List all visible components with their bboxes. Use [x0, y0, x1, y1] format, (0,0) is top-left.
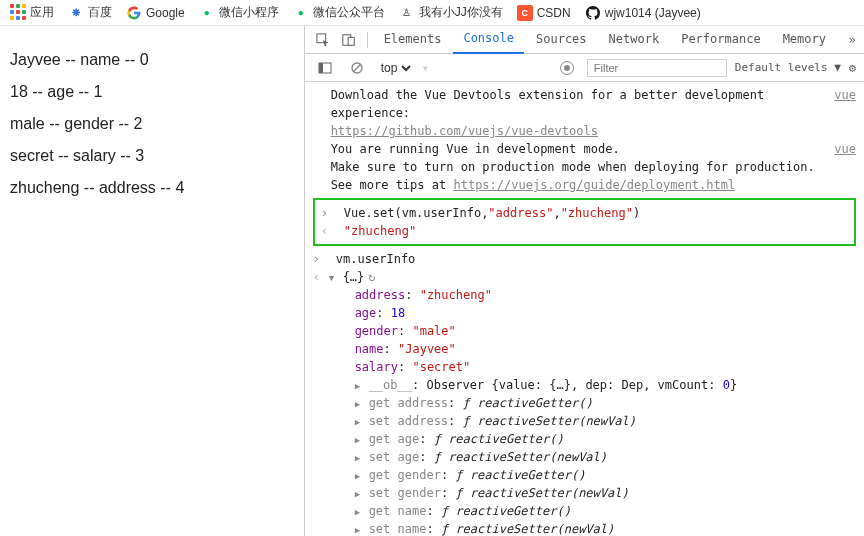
bookmark-apps[interactable]: 应用	[10, 4, 54, 21]
live-expression-icon[interactable]	[555, 61, 579, 75]
device-toggle-icon[interactable]	[337, 33, 361, 47]
svg-line-6	[353, 64, 361, 72]
svg-rect-4	[319, 63, 323, 73]
source-link[interactable]: vue	[834, 86, 856, 140]
context-select[interactable]: top	[377, 60, 414, 76]
data-line: 18 -- age -- 1	[10, 76, 294, 108]
console-input-line: › Vue.set(vm.userInfo,"address","zhuchen…	[321, 204, 848, 222]
accessor-line: set age: ƒ reactiveSetter(newVal)	[325, 448, 856, 466]
separator	[367, 32, 368, 48]
data-line: male -- gender -- 2	[10, 108, 294, 140]
bookmark-wechat-platform[interactable]: ●微信公众平台	[293, 4, 385, 21]
person-icon: ♙	[399, 5, 415, 21]
expand-toggle-icon[interactable]	[355, 448, 365, 466]
inspect-icon[interactable]	[311, 33, 335, 47]
prompt-icon: ›	[321, 204, 331, 222]
clear-console-icon[interactable]	[345, 61, 369, 75]
console-output[interactable]: Download the Vue Devtools extension for …	[305, 82, 864, 536]
tab-memory[interactable]: Memory	[773, 26, 836, 53]
bookmark-google[interactable]: Google	[126, 5, 185, 21]
accessor-line: get age: ƒ reactiveGetter()	[325, 430, 856, 448]
expand-toggle-icon[interactable]	[355, 466, 365, 484]
expand-toggle-icon[interactable]	[355, 520, 365, 536]
expand-toggle-icon[interactable]	[355, 394, 365, 412]
svg-rect-2	[348, 37, 354, 45]
output-icon: ‹	[321, 222, 331, 240]
expand-toggle-icon[interactable]	[355, 376, 365, 394]
bookmark-csdn[interactable]: CCSDN	[517, 5, 571, 21]
console-input-line: › vm.userInfo	[313, 250, 856, 268]
output-icon: ‹	[313, 268, 323, 286]
tab-elements[interactable]: Elements	[374, 26, 452, 53]
bookmark-wechat-mini[interactable]: ●微信小程序	[199, 4, 279, 21]
settings-icon[interactable]: ⚙	[849, 61, 856, 75]
console-toolbar: top ▾ Default levels ▼ ⚙	[305, 54, 864, 82]
csdn-icon: C	[517, 5, 533, 21]
apps-icon	[10, 5, 26, 21]
bookmark-github[interactable]: wjw1014 (Jayvee)	[585, 5, 701, 21]
data-line: zhucheng -- address -- 4	[10, 172, 294, 204]
accessor-line: set address: ƒ reactiveSetter(newVal)	[325, 412, 856, 430]
google-icon	[126, 5, 142, 21]
tab-performance[interactable]: Performance	[671, 26, 770, 53]
filter-input[interactable]	[587, 59, 727, 77]
expand-toggle-icon[interactable]	[329, 268, 339, 286]
main-split: Jayvee -- name -- 0 18 -- age -- 1 male …	[0, 26, 864, 536]
more-tabs-icon[interactable]: »	[840, 33, 864, 47]
object-properties: address: "zhucheng" age: 18 gender: "mal…	[313, 286, 856, 536]
expand-toggle-icon[interactable]	[355, 484, 365, 502]
bookmark-baidu[interactable]: ❋百度	[68, 4, 112, 21]
wechat-icon: ●	[199, 5, 215, 21]
expand-toggle-icon[interactable]	[355, 502, 365, 520]
tab-console[interactable]: Console	[453, 25, 524, 54]
tab-sources[interactable]: Sources	[526, 26, 597, 53]
expand-toggle-icon[interactable]	[355, 412, 365, 430]
data-line: secret -- salary -- 3	[10, 140, 294, 172]
data-line: Jayvee -- name -- 0	[10, 44, 294, 76]
log-levels-select[interactable]: Default levels ▼	[735, 61, 841, 74]
devtools-panel: Elements Console Sources Network Perform…	[304, 26, 864, 536]
refresh-icon[interactable]: ↻	[368, 268, 375, 286]
toggle-sidebar-icon[interactable]	[313, 61, 337, 75]
bookmarks-bar: 应用 ❋百度 Google ●微信小程序 ●微信公众平台 ♙我有小JJ你没有 C…	[0, 0, 864, 26]
highlighted-region: › Vue.set(vm.userInfo,"address","zhuchen…	[313, 198, 856, 246]
accessor-line: get gender: ƒ reactiveGetter()	[325, 466, 856, 484]
source-link[interactable]: vue	[834, 140, 856, 194]
prompt-icon: ›	[313, 250, 323, 268]
separator: ▾	[422, 61, 429, 75]
bookmark-personal[interactable]: ♙我有小JJ你没有	[399, 4, 503, 21]
console-output-line: ‹ "zhucheng"	[321, 222, 848, 240]
accessor-line: set gender: ƒ reactiveSetter(newVal)	[325, 484, 856, 502]
baidu-icon: ❋	[68, 5, 84, 21]
page-content: Jayvee -- name -- 0 18 -- age -- 1 male …	[0, 26, 304, 536]
devtools-link[interactable]: https://github.com/vuejs/vue-devtools	[331, 124, 598, 138]
deployment-link[interactable]: https://vuejs.org/guide/deployment.html	[453, 178, 735, 192]
object-expanded: ‹ {…} ↻	[313, 268, 856, 286]
accessor-line: get name: ƒ reactiveGetter()	[325, 502, 856, 520]
expand-toggle-icon[interactable]	[355, 430, 365, 448]
accessor-line: set name: ƒ reactiveSetter(newVal)	[325, 520, 856, 536]
devtools-tab-bar: Elements Console Sources Network Perform…	[305, 26, 864, 54]
github-icon	[585, 5, 601, 21]
accessor-line: get address: ƒ reactiveGetter()	[325, 394, 856, 412]
tab-network[interactable]: Network	[599, 26, 670, 53]
console-message: Download the Vue Devtools extension for …	[313, 86, 856, 140]
console-message: You are running Vue in development mode.…	[313, 140, 856, 194]
wechat-icon: ●	[293, 5, 309, 21]
